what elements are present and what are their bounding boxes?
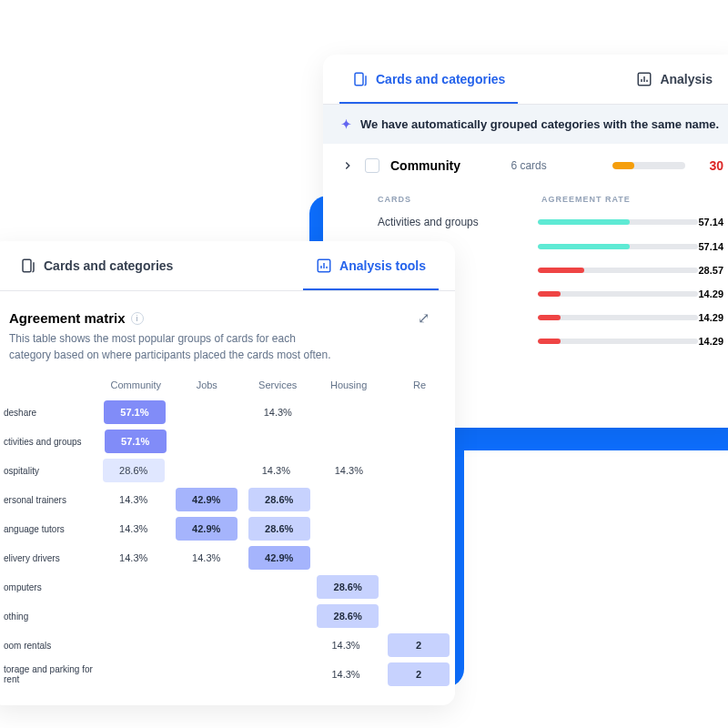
matrix-col-header: Services xyxy=(242,379,313,390)
cards-icon xyxy=(352,71,369,87)
sparkle-icon: ✦ xyxy=(341,117,351,131)
matrix-cell[interactable]: 28.6% xyxy=(248,517,310,541)
matrix-col-header: Community xyxy=(100,379,171,390)
tabs-back: Cards and categories Analysis xyxy=(323,55,728,105)
agreement-bar xyxy=(538,268,698,273)
matrix-cell[interactable]: 14.3% xyxy=(103,546,165,570)
matrix-cell[interactable]: 14.3% xyxy=(176,546,238,570)
matrix-row-label: ospitality xyxy=(0,466,97,476)
agreement-value: 14.29 xyxy=(698,288,723,299)
agreement-value: 14.29 xyxy=(698,312,723,323)
tab-analysis[interactable]: Analysis xyxy=(623,55,725,104)
matrix-row: ersonal trainers14.3%42.9%28.6% xyxy=(0,485,455,514)
matrix-row-label: ersonal trainers xyxy=(0,495,97,505)
matrix-col-header: Housing xyxy=(313,379,384,390)
svg-rect-0 xyxy=(355,73,363,86)
matrix-row: elivery drivers14.3%14.3%42.9% xyxy=(0,543,455,572)
matrix-cell[interactable]: 14.3% xyxy=(247,400,308,424)
group-count: 6 cards xyxy=(511,159,602,172)
matrix-row: othing28.6% xyxy=(0,602,455,631)
agreement-value: 57.14 xyxy=(698,217,723,228)
tab-label: Cards and categories xyxy=(44,258,173,273)
card-label: Activities and groups xyxy=(378,216,538,228)
agreement-value: 57.14 xyxy=(698,241,723,252)
checkbox[interactable] xyxy=(365,158,379,173)
matrix-cell[interactable]: 2 xyxy=(388,633,450,657)
panel-analysis-tools: Cards and categories Analysis tools Agre… xyxy=(0,241,455,705)
bar-chart-icon xyxy=(636,71,652,87)
matrix-cell[interactable]: 57.1% xyxy=(104,400,166,424)
matrix-cell[interactable]: 14.3% xyxy=(318,459,379,482)
matrix-col-header: Jobs xyxy=(171,379,242,390)
matrix-cell[interactable]: 14.3% xyxy=(103,517,165,541)
tab-label: Analysis xyxy=(660,72,713,86)
matrix-row: omputers28.6% xyxy=(0,572,455,602)
card-row[interactable]: Activities and groups 57.14 xyxy=(323,209,728,235)
svg-rect-2 xyxy=(23,259,31,272)
agreement-value: 28.57 xyxy=(698,265,723,276)
agreement-bar xyxy=(538,339,698,344)
group-agreement-bar xyxy=(612,162,685,169)
chevron-up-icon xyxy=(341,159,354,172)
tabs-front: Cards and categories Analysis tools xyxy=(0,241,455,291)
matrix-cell[interactable]: 28.6% xyxy=(317,575,379,599)
group-header[interactable]: Community 6 cards 30 xyxy=(323,144,728,187)
tab-cards-categories[interactable]: Cards and categories xyxy=(339,55,518,104)
matrix-cell[interactable]: 42.9% xyxy=(176,488,238,511)
cards-icon xyxy=(20,258,36,274)
matrix-cell[interactable]: 28.6% xyxy=(103,459,165,482)
agreement-bar xyxy=(538,315,698,320)
matrix-cell[interactable]: 28.6% xyxy=(248,488,310,511)
tab-analysis-tools[interactable]: Analysis tools xyxy=(303,241,439,290)
col-cards: CARDS xyxy=(378,195,541,204)
sub-header: CARDS AGREEMENT RATE xyxy=(323,187,728,209)
agreement-matrix-title: Agreement matrix xyxy=(9,310,126,326)
group-agreement-pct: 30 xyxy=(709,158,723,173)
matrix-row-label: omputers xyxy=(0,582,99,592)
info-icon[interactable]: i xyxy=(131,312,144,325)
matrix-cell[interactable]: 14.3% xyxy=(245,459,307,482)
matrix-cell[interactable]: 57.1% xyxy=(105,430,167,453)
matrix-row-label: othing xyxy=(0,612,99,622)
matrix-cell[interactable]: 42.9% xyxy=(176,517,238,541)
agreement-matrix: CommunityJobsServicesHousingRe deshare57… xyxy=(0,379,455,689)
matrix-row: torage and parking for rent14.3%2 xyxy=(0,660,455,689)
banner-text: We have automatically grouped categories… xyxy=(360,117,719,131)
matrix-row-label: torage and parking for rent xyxy=(0,664,98,684)
matrix-cell[interactable]: 28.6% xyxy=(317,604,379,628)
matrix-cell[interactable]: 14.3% xyxy=(315,662,377,686)
matrix-cell[interactable]: 42.9% xyxy=(248,546,310,570)
agreement-bar xyxy=(538,291,698,297)
col-agreement: AGREEMENT RATE xyxy=(541,195,631,204)
group-name: Community xyxy=(390,158,500,173)
agreement-bar xyxy=(538,219,698,225)
matrix-row-label: elivery drivers xyxy=(0,553,97,563)
tab-cards-categories[interactable]: Cards and categories xyxy=(7,241,186,290)
matrix-row-label: oom rentals xyxy=(0,641,98,651)
expand-icon[interactable]: ⤢ xyxy=(418,309,437,327)
matrix-row: oom rentals14.3%2 xyxy=(0,631,455,660)
matrix-cell[interactable]: 14.3% xyxy=(103,488,165,511)
matrix-row: ospitality28.6%14.3%14.3% xyxy=(0,456,455,485)
section-title: Agreement matrix i ⤢ xyxy=(0,291,455,330)
matrix-row: anguage tutors14.3%42.9%28.6% xyxy=(0,514,455,543)
matrix-row: ctivities and groups57.1% xyxy=(0,427,455,456)
matrix-row-label: anguage tutors xyxy=(0,524,97,534)
matrix-cell[interactable]: 14.3% xyxy=(315,633,377,657)
matrix-col-header: Re xyxy=(384,379,455,390)
agreement-bar xyxy=(538,244,698,249)
matrix-cell[interactable]: 2 xyxy=(388,662,450,686)
bar-chart-icon xyxy=(316,258,332,274)
agreement-value: 14.29 xyxy=(698,336,723,347)
tab-label: Analysis tools xyxy=(339,258,426,273)
tab-label: Cards and categories xyxy=(376,72,505,86)
matrix-row-label: deshare xyxy=(0,408,98,418)
matrix-row-label: ctivities and groups xyxy=(0,437,99,447)
matrix-row: deshare57.1%14.3% xyxy=(0,398,455,427)
info-banner: ✦ We have automatically grouped categori… xyxy=(323,105,728,144)
section-desc: This table shows the most popular groups… xyxy=(0,330,355,379)
